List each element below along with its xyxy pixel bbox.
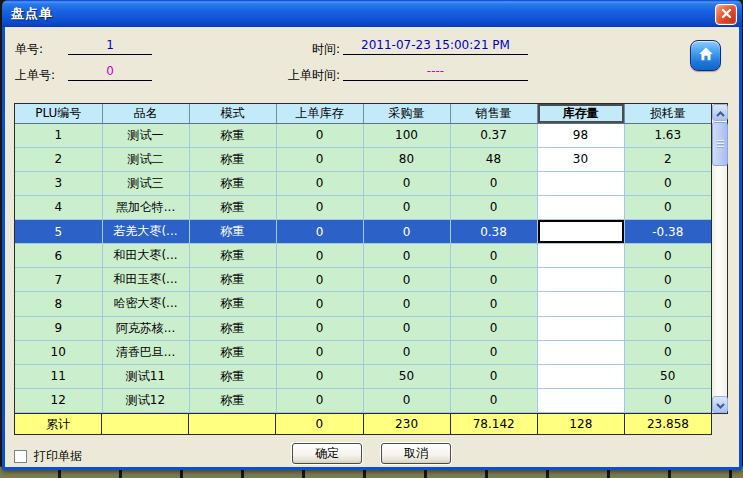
scroll-up-button[interactable] xyxy=(712,104,728,121)
grid-cell[interactable]: 0 xyxy=(276,220,363,244)
grid-cell[interactable]: 6 xyxy=(15,244,102,268)
column-header-7[interactable]: 库存量 xyxy=(537,104,624,123)
grid-cell[interactable]: 0 xyxy=(624,244,711,268)
vertical-scrollbar[interactable] xyxy=(711,104,727,413)
grid-cell[interactable]: 7 xyxy=(15,268,102,292)
grid-cell[interactable]: 0 xyxy=(276,388,363,412)
grid-cell[interactable]: 2 xyxy=(15,147,102,171)
grid-cell[interactable]: 11 xyxy=(15,364,102,388)
table-row[interactable]: 4黑加仑特...称重0000 xyxy=(15,195,711,219)
grid-cell[interactable]: 哈密大枣(... xyxy=(102,292,189,316)
grid-cell[interactable]: 0 xyxy=(363,195,450,219)
grid-cell[interactable]: 称重 xyxy=(189,388,276,412)
grid-cell[interactable]: 0 xyxy=(276,292,363,316)
column-header-5[interactable]: 采购量 xyxy=(363,104,450,123)
grid-cell[interactable]: 称重 xyxy=(189,171,276,195)
grid-cell[interactable]: 称重 xyxy=(189,364,276,388)
grid-cell[interactable]: 0 xyxy=(276,268,363,292)
grid-cell[interactable]: -0.38 xyxy=(624,220,711,244)
grid-cell[interactable]: 0 xyxy=(450,244,537,268)
grid-cell[interactable]: 0 xyxy=(450,171,537,195)
stock-cell[interactable] xyxy=(537,244,624,268)
home-button[interactable] xyxy=(690,40,721,71)
stock-cell[interactable] xyxy=(537,340,624,364)
grid-cell[interactable]: 50 xyxy=(624,364,711,388)
grid-cell[interactable]: 12 xyxy=(15,388,102,412)
column-header-3[interactable]: 模式 xyxy=(189,104,276,123)
stock-cell[interactable] xyxy=(537,388,624,412)
stock-cell[interactable] xyxy=(537,171,624,195)
table-row[interactable]: 7和田玉枣(...称重0000 xyxy=(15,268,711,292)
ok-button[interactable]: 确定 xyxy=(292,443,362,464)
grid-cell[interactable]: 0 xyxy=(363,220,450,244)
grid-cell[interactable]: 0 xyxy=(363,244,450,268)
grid-cell[interactable]: 48 xyxy=(450,147,537,171)
table-row[interactable]: 12测试12称重0000 xyxy=(15,388,711,412)
grid-cell[interactable]: 0 xyxy=(450,388,537,412)
stock-cell[interactable] xyxy=(537,292,624,316)
grid-cell[interactable]: 称重 xyxy=(189,147,276,171)
grid-cell[interactable]: 0 xyxy=(276,171,363,195)
close-button[interactable] xyxy=(715,4,737,25)
grid-cell[interactable]: 80 xyxy=(363,147,450,171)
stock-cell[interactable] xyxy=(537,316,624,340)
stock-cell[interactable] xyxy=(537,220,624,244)
scroll-thumb[interactable] xyxy=(712,122,728,166)
table-row[interactable]: 11测试11称重050050 xyxy=(15,364,711,388)
stock-cell[interactable] xyxy=(537,268,624,292)
stock-cell[interactable] xyxy=(537,364,624,388)
grid-cell[interactable]: 0.38 xyxy=(450,220,537,244)
grid-cell[interactable]: 称重 xyxy=(189,220,276,244)
grid-cell[interactable]: 0 xyxy=(624,171,711,195)
column-header-2[interactable]: 品名 xyxy=(102,104,189,123)
grid-cell[interactable]: 0 xyxy=(450,364,537,388)
grid-cell[interactable]: 测试一 xyxy=(102,123,189,147)
table-row[interactable]: 9阿克苏核...称重0000 xyxy=(15,316,711,340)
grid-cell[interactable]: 100 xyxy=(363,123,450,147)
grid-cell[interactable]: 0 xyxy=(363,292,450,316)
grid-cell[interactable]: 4 xyxy=(15,195,102,219)
grid-cell[interactable]: 0 xyxy=(450,316,537,340)
grid-cell[interactable]: 0 xyxy=(450,195,537,219)
table-row[interactable]: 10清香巴旦...称重0000 xyxy=(15,340,711,364)
grid-cell[interactable]: 50 xyxy=(363,364,450,388)
stock-cell[interactable] xyxy=(537,195,624,219)
grid-cell[interactable]: 0 xyxy=(276,316,363,340)
grid-cell[interactable]: 0.37 xyxy=(450,123,537,147)
column-header-4[interactable]: 上单库存 xyxy=(276,104,363,123)
table-row[interactable]: 2测试二称重08048302 xyxy=(15,147,711,171)
grid-cell[interactable]: 0 xyxy=(450,340,537,364)
grid-cell[interactable]: 称重 xyxy=(189,292,276,316)
grid-cell[interactable]: 0 xyxy=(624,292,711,316)
grid-cell[interactable]: 2 xyxy=(624,147,711,171)
grid-cell[interactable]: 阿克苏核... xyxy=(102,316,189,340)
grid-cell[interactable]: 3 xyxy=(15,171,102,195)
grid-cell[interactable]: 和田大枣(... xyxy=(102,244,189,268)
grid-cell[interactable]: 0 xyxy=(450,268,537,292)
grid-cell[interactable]: 1 xyxy=(15,123,102,147)
grid-cell[interactable]: 黑加仑特... xyxy=(102,195,189,219)
table-row[interactable]: 8哈密大枣(...称重0000 xyxy=(15,292,711,316)
stock-cell[interactable]: 98 xyxy=(537,123,624,147)
grid-cell[interactable]: 测试三 xyxy=(102,171,189,195)
grid-cell[interactable]: 0 xyxy=(363,388,450,412)
print-checkbox[interactable] xyxy=(14,450,27,463)
grid-cell[interactable]: 0 xyxy=(624,340,711,364)
grid-cell[interactable]: 0 xyxy=(624,195,711,219)
column-header-8[interactable]: 损耗量 xyxy=(624,104,711,123)
grid-cell[interactable]: 测试11 xyxy=(102,364,189,388)
grid-cell[interactable]: 测试二 xyxy=(102,147,189,171)
table-row[interactable]: 1测试一称重01000.37981.63 xyxy=(15,123,711,147)
grid-cell[interactable]: 称重 xyxy=(189,340,276,364)
grid-cell[interactable]: 0 xyxy=(624,268,711,292)
grid-cell[interactable]: 0 xyxy=(276,244,363,268)
grid-cell[interactable]: 0 xyxy=(363,268,450,292)
column-header-1[interactable]: PLU编号 xyxy=(15,104,102,123)
grid-cell[interactable]: 清香巴旦... xyxy=(102,340,189,364)
grid-cell[interactable]: 称重 xyxy=(189,316,276,340)
grid-cell[interactable]: 若羌大枣(... xyxy=(102,220,189,244)
grid-cell[interactable]: 1.63 xyxy=(624,123,711,147)
grid-cell[interactable]: 称重 xyxy=(189,244,276,268)
grid-cell[interactable]: 8 xyxy=(15,292,102,316)
column-header-6[interactable]: 销售量 xyxy=(450,104,537,123)
